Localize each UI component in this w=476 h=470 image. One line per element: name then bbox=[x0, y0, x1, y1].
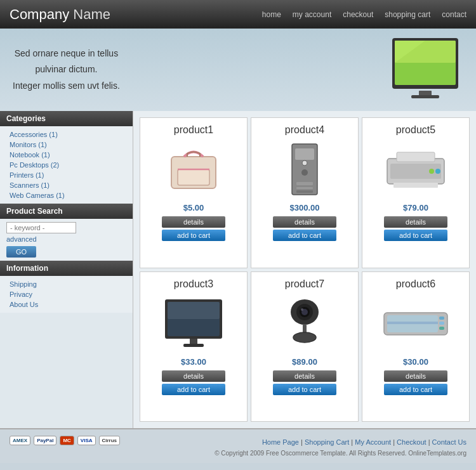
payment-cirrus: Cirrus bbox=[99, 436, 121, 445]
footer-link-checkout[interactable]: Checkout bbox=[397, 438, 426, 446]
search-go-button[interactable]: GO bbox=[6, 246, 36, 258]
product-name-4: product4 bbox=[255, 124, 355, 136]
product-image-6 bbox=[366, 295, 466, 352]
footer-payments: AMEX PayPal MC VISA Cirrus bbox=[10, 436, 120, 445]
category-webcameras[interactable]: Web Cameras (1) bbox=[0, 190, 133, 200]
product-card-1: product1 $5.00 details add to bbox=[140, 117, 248, 268]
main-content: Categories Accessories (1) Monitors (1) … bbox=[0, 111, 476, 428]
payment-paypal: PayPal bbox=[34, 436, 56, 445]
product-price-6: $30.00 bbox=[366, 357, 466, 367]
product-card-5: product5 $79.00 details bbox=[362, 117, 470, 268]
header: Company Name home my account checkout sh… bbox=[0, 0, 476, 29]
svg-rect-30 bbox=[183, 344, 204, 347]
footer-link-contactus[interactable]: Contact Us bbox=[432, 438, 466, 446]
svg-rect-0 bbox=[419, 91, 432, 96]
product-card-3: product3 $33.00 details add to cart bbox=[140, 271, 248, 422]
category-scanners[interactable]: Scanners (1) bbox=[0, 180, 133, 190]
footer-copyright: © Copyright 2009 Free Oscommerce Templat… bbox=[10, 450, 466, 457]
product-name-6: product6 bbox=[366, 278, 466, 290]
product-details-button-5[interactable]: details bbox=[384, 216, 447, 228]
footer-links: Home Page | Shopping Cart | My Account |… bbox=[262, 438, 466, 446]
product-addcart-button-6[interactable]: add to cart bbox=[384, 384, 447, 395]
product-details-button-6[interactable]: details bbox=[384, 370, 447, 382]
svg-point-35 bbox=[301, 308, 303, 311]
search-advanced-link[interactable]: advanced bbox=[6, 235, 126, 243]
banner-line1: Sed ornare neque in tellus bbox=[13, 46, 120, 62]
svg-rect-12 bbox=[295, 148, 314, 160]
product-details-button-1[interactable]: details bbox=[162, 216, 225, 228]
main-nav: home my account checkout shopping cart c… bbox=[262, 10, 466, 19]
product-name-3: product3 bbox=[143, 278, 244, 290]
nav-home[interactable]: home bbox=[262, 10, 281, 19]
search-box: advanced GO bbox=[0, 219, 133, 261]
nav-myaccount[interactable]: my account bbox=[293, 10, 331, 19]
product-name-1: product1 bbox=[143, 124, 244, 136]
info-privacy[interactable]: Privacy bbox=[0, 289, 133, 299]
nav-contact[interactable]: contact bbox=[442, 10, 466, 19]
product-addcart-button-3[interactable]: add to cart bbox=[162, 384, 225, 395]
info-list: Shipping Privacy About Us bbox=[0, 276, 133, 313]
product-addcart-button-5[interactable]: add to cart bbox=[384, 230, 447, 241]
svg-rect-42 bbox=[387, 322, 438, 324]
footer-link-homepage[interactable]: Home Page bbox=[262, 438, 299, 446]
categories-list: Accessories (1) Monitors (1) Notebook (1… bbox=[0, 126, 133, 204]
banner-text: Sed ornare neque in tellus pulvinar dict… bbox=[13, 46, 120, 94]
categories-title: Categories bbox=[0, 111, 133, 126]
product-card-7: product7 $89.00 details bbox=[251, 271, 359, 422]
info-aboutus[interactable]: About Us bbox=[0, 299, 133, 310]
payment-amex: AMEX bbox=[10, 436, 30, 445]
logo-company: Company bbox=[10, 6, 69, 22]
svg-rect-44 bbox=[439, 322, 444, 325]
payment-mastercard: MC bbox=[60, 436, 74, 445]
banner-line2: pulvinar dictum. bbox=[13, 62, 120, 77]
category-monitors[interactable]: Monitors (1) bbox=[0, 140, 133, 150]
logo-name: Name bbox=[69, 6, 110, 22]
nav-checkout[interactable]: checkout bbox=[343, 10, 373, 19]
product-details-button-3[interactable]: details bbox=[162, 370, 225, 382]
footer-link-myaccount[interactable]: My Account bbox=[355, 438, 391, 446]
product-card-4: product4 $300.00 details bbox=[251, 117, 359, 268]
category-accessories[interactable]: Accessories (1) bbox=[0, 129, 133, 140]
svg-point-16 bbox=[302, 160, 307, 166]
product-details-button-7[interactable]: details bbox=[273, 370, 336, 382]
product-image-4 bbox=[255, 141, 355, 198]
product-name-5: product5 bbox=[366, 124, 466, 136]
info-shipping[interactable]: Shipping bbox=[0, 279, 133, 289]
sidebar: Categories Accessories (1) Monitors (1) … bbox=[0, 111, 133, 428]
product-image-1 bbox=[143, 141, 244, 198]
product-details-button-4[interactable]: details bbox=[273, 216, 336, 228]
svg-rect-17 bbox=[296, 190, 313, 193]
product-addcart-button-1[interactable]: add to cart bbox=[162, 230, 225, 241]
product-search-title: Product Search bbox=[0, 204, 133, 219]
product-image-3 bbox=[143, 295, 244, 352]
category-pc-desktops[interactable]: Pc Desktops (2) bbox=[0, 160, 133, 170]
products-grid: product1 $5.00 details add to bbox=[133, 111, 476, 428]
product-price-1: $5.00 bbox=[143, 203, 244, 212]
banner: Sed ornare neque in tellus pulvinar dict… bbox=[0, 29, 476, 111]
product-image-7 bbox=[255, 295, 355, 352]
svg-rect-8 bbox=[178, 169, 209, 185]
svg-point-23 bbox=[429, 169, 434, 174]
nav-shoppingcart[interactable]: shopping cart bbox=[385, 10, 430, 19]
category-notebook[interactable]: Notebook (1) bbox=[0, 150, 133, 160]
footer: AMEX PayPal MC VISA Cirrus Home Page | S… bbox=[0, 428, 476, 463]
svg-rect-28 bbox=[168, 302, 220, 319]
svg-rect-43 bbox=[439, 317, 444, 320]
product-image-5 bbox=[366, 141, 466, 198]
product-price-4: $300.00 bbox=[255, 203, 355, 212]
product-price-5: $79.00 bbox=[366, 203, 466, 212]
footer-link-shoppingcart[interactable]: Shopping Cart bbox=[305, 438, 349, 446]
payment-visa: VISA bbox=[77, 436, 96, 445]
svg-rect-45 bbox=[439, 327, 444, 330]
information-title: Information bbox=[0, 261, 133, 276]
product-addcart-button-7[interactable]: add to cart bbox=[273, 384, 336, 395]
search-input[interactable] bbox=[6, 222, 76, 233]
svg-rect-15 bbox=[296, 187, 313, 189]
product-card-6: product6 $30.00 details add t bbox=[362, 271, 470, 422]
svg-rect-21 bbox=[393, 183, 438, 188]
product-price-3: $33.00 bbox=[143, 357, 244, 367]
category-printers[interactable]: Printers (1) bbox=[0, 170, 133, 180]
svg-point-13 bbox=[301, 169, 308, 176]
banner-monitor-image bbox=[387, 35, 463, 105]
product-addcart-button-4[interactable]: add to cart bbox=[273, 230, 336, 241]
